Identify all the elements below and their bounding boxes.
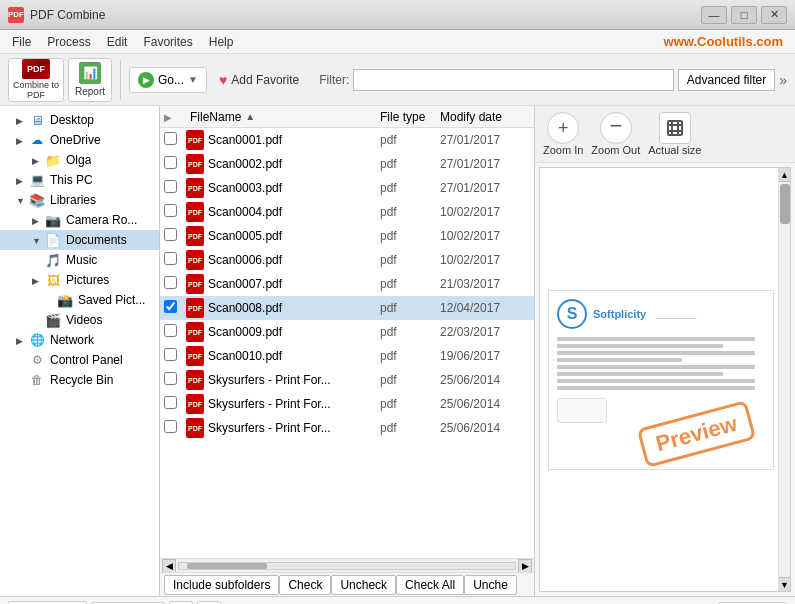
tree-item-camera-roll[interactable]: ▶ 📷 Camera Ro... bbox=[0, 210, 159, 230]
file-row[interactable]: PDF Skysurfers - Print For... pdf 25/06/… bbox=[160, 368, 534, 392]
file-row[interactable]: PDF Scan0007.pdf pdf 21/03/2017 bbox=[160, 272, 534, 296]
file-row[interactable]: PDF Scan0002.pdf pdf 27/01/2017 bbox=[160, 152, 534, 176]
file-row[interactable]: PDF Scan0005.pdf pdf 10/02/2017 bbox=[160, 224, 534, 248]
file-row[interactable]: PDF Scan0006.pdf pdf 10/02/2017 bbox=[160, 248, 534, 272]
check-all-button[interactable]: Check All bbox=[396, 575, 464, 595]
tree-expand-desktop[interactable]: ▶ bbox=[16, 115, 28, 126]
file-row[interactable]: PDF Skysurfers - Print For... pdf 25/06/… bbox=[160, 392, 534, 416]
close-button[interactable]: ✕ bbox=[761, 6, 787, 24]
onedrive-icon: ☁ bbox=[28, 132, 46, 148]
maximize-button[interactable]: □ bbox=[731, 6, 757, 24]
add-favorite-button[interactable]: ♥ Add Favorite bbox=[211, 68, 307, 92]
combine-to-pdf-button[interactable]: PDF Combine to PDF bbox=[8, 58, 64, 102]
file-checkbox-0[interactable] bbox=[164, 132, 186, 148]
menu-edit[interactable]: Edit bbox=[99, 33, 136, 51]
minimize-button[interactable]: — bbox=[701, 6, 727, 24]
file-checkbox-5[interactable] bbox=[164, 252, 186, 268]
file-checkbox-1[interactable] bbox=[164, 156, 186, 172]
tree-expand-camera[interactable]: ▶ bbox=[32, 215, 44, 226]
move-down-button[interactable]: ▼ bbox=[197, 601, 221, 605]
tree-expand-onedrive[interactable]: ▶ bbox=[16, 135, 28, 146]
uncheck-button[interactable]: Uncheck bbox=[331, 575, 396, 595]
file-type-5: pdf bbox=[380, 253, 440, 267]
hscroll-thumb[interactable] bbox=[187, 563, 267, 569]
file-checkbox-8[interactable] bbox=[164, 324, 186, 340]
file-checkbox-12[interactable] bbox=[164, 420, 186, 436]
tree-item-olga[interactable]: ▶ 📁 Olga bbox=[0, 150, 159, 170]
file-checkbox-4[interactable] bbox=[164, 228, 186, 244]
menu-file[interactable]: File bbox=[4, 33, 39, 51]
tree-item-network[interactable]: ▶ 🌐 Network bbox=[0, 330, 159, 350]
file-row[interactable]: PDF Scan0009.pdf pdf 22/03/2017 bbox=[160, 320, 534, 344]
preview-scroll-down-btn[interactable]: ▼ bbox=[779, 577, 790, 591]
hscroll-left-btn[interactable]: ◀ bbox=[162, 559, 176, 573]
tree-item-desktop[interactable]: ▶ 🖥 Desktop bbox=[0, 110, 159, 130]
file-checkbox-10[interactable] bbox=[164, 372, 186, 388]
report-button[interactable]: 📊 Report bbox=[68, 58, 112, 102]
file-row[interactable]: PDF Scan0010.pdf pdf 19/06/2017 bbox=[160, 344, 534, 368]
file-row[interactable]: PDF Skysurfers - Print For... pdf 25/06/… bbox=[160, 416, 534, 440]
actual-size-button[interactable] bbox=[659, 112, 691, 144]
tree-expand-documents[interactable]: ▼ bbox=[32, 235, 44, 246]
tree-label-videos: Videos bbox=[66, 313, 102, 327]
file-row[interactable]: PDF Scan0004.pdf pdf 10/02/2017 bbox=[160, 200, 534, 224]
file-type-4: pdf bbox=[380, 229, 440, 243]
file-checkbox-9[interactable] bbox=[164, 348, 186, 364]
preview-scroll-thumb[interactable] bbox=[780, 184, 790, 224]
file-type-0: pdf bbox=[380, 133, 440, 147]
advanced-filter-button[interactable]: Advanced filter bbox=[678, 69, 775, 91]
tree-item-videos[interactable]: 🎬 Videos bbox=[0, 310, 159, 330]
filter-input[interactable] bbox=[353, 69, 674, 91]
tree-expand-this-pc[interactable]: ▶ bbox=[16, 175, 28, 186]
zoom-out-button[interactable]: − bbox=[600, 112, 632, 144]
tree-item-libraries[interactable]: ▼ 📚 Libraries bbox=[0, 190, 159, 210]
menu-help[interactable]: Help bbox=[201, 33, 242, 51]
tree-expand-network[interactable]: ▶ bbox=[16, 335, 28, 346]
uncheck-all-button[interactable]: Unche bbox=[464, 575, 517, 595]
tree-item-recycle-bin[interactable]: 🗑 Recycle Bin bbox=[0, 370, 159, 390]
tree-expand-libraries[interactable]: ▼ bbox=[16, 195, 28, 206]
file-checkbox-11[interactable] bbox=[164, 396, 186, 412]
filter-label: Filter: bbox=[319, 73, 349, 87]
file-row[interactable]: PDF Scan0001.pdf pdf 27/01/2017 bbox=[160, 128, 534, 152]
go-button[interactable]: ▶ Go... ▼ bbox=[129, 67, 207, 93]
file-type-2: pdf bbox=[380, 181, 440, 195]
file-checkbox-3[interactable] bbox=[164, 204, 186, 220]
tree-item-documents[interactable]: ▼ 📄 Documents bbox=[0, 230, 159, 250]
hscroll-right-btn[interactable]: ▶ bbox=[518, 559, 532, 573]
zoom-in-button[interactable]: + bbox=[547, 112, 579, 144]
file-row[interactable]: PDF Scan0008.pdf pdf 12/04/2017 bbox=[160, 296, 534, 320]
preview-scrollbar[interactable]: ▲ ▼ bbox=[778, 168, 790, 591]
file-checkbox-6[interactable] bbox=[164, 276, 186, 292]
tree-expand-olga[interactable]: ▶ bbox=[32, 155, 44, 166]
column-header-name[interactable]: FileName ▲ bbox=[186, 108, 380, 126]
tree-expand-pictures[interactable]: ▶ bbox=[32, 275, 44, 286]
column-header-type[interactable]: File type bbox=[380, 110, 440, 124]
column-header-date[interactable]: Modify date bbox=[440, 110, 530, 124]
delete-button[interactable]: ⊖ Delete ▼ bbox=[8, 601, 87, 605]
tree-label-desktop: Desktop bbox=[50, 113, 94, 127]
file-checkbox-2[interactable] bbox=[164, 180, 186, 196]
include-subfolders-button[interactable]: Include subfolders bbox=[164, 575, 279, 595]
file-row[interactable]: PDF Scan0003.pdf pdf 27/01/2017 bbox=[160, 176, 534, 200]
tree-item-pictures[interactable]: ▶ 🖼 Pictures bbox=[0, 270, 159, 290]
preview-scroll-up-btn[interactable]: ▲ bbox=[779, 168, 790, 182]
olga-folder-icon: 📁 bbox=[44, 152, 62, 168]
tree-item-onedrive[interactable]: ▶ ☁ OneDrive bbox=[0, 130, 159, 150]
check-button[interactable]: Check bbox=[279, 575, 331, 595]
tree-label-music: Music bbox=[66, 253, 97, 267]
go-icon: ▶ bbox=[138, 72, 154, 88]
file-scroll-area[interactable]: PDF Scan0001.pdf pdf 27/01/2017 PDF Scan… bbox=[160, 128, 534, 558]
hscroll-track[interactable] bbox=[178, 562, 516, 570]
tree-item-saved-pictures[interactable]: 📸 Saved Pict... bbox=[0, 290, 159, 310]
tree-item-control-panel[interactable]: ⚙ Control Panel bbox=[0, 350, 159, 370]
tree-item-music[interactable]: 🎵 Music bbox=[0, 250, 159, 270]
menu-favorites[interactable]: Favorites bbox=[135, 33, 200, 51]
file-checkbox-7[interactable] bbox=[164, 300, 186, 316]
file-name-11: Skysurfers - Print For... bbox=[208, 397, 380, 411]
file-hscroll-area[interactable]: ◀ ▶ bbox=[160, 558, 534, 572]
file-actions-row: Include subfolders Check Uncheck Check A… bbox=[160, 572, 534, 596]
menu-process[interactable]: Process bbox=[39, 33, 98, 51]
move-up-button[interactable]: ▲ bbox=[169, 601, 193, 605]
tree-item-this-pc[interactable]: ▶ 💻 This PC bbox=[0, 170, 159, 190]
